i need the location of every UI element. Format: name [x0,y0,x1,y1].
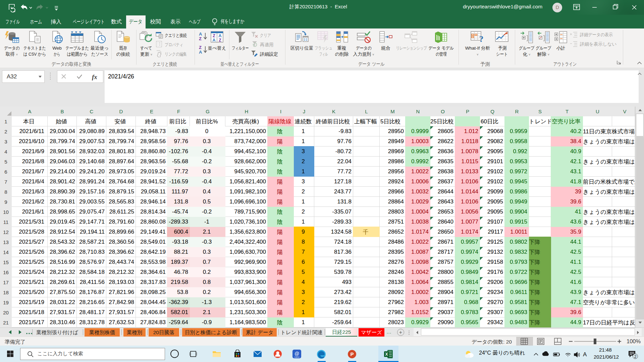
svg-text:fx: fx [92,73,97,80]
svg-text:X: X [385,352,388,357]
svg-text:@: @ [294,351,299,356]
svg-text:2: 2 [634,354,637,359]
svg-text:P: P [350,351,354,357]
svg-text:A: A [212,38,216,43]
svg-text:menu: menu [294,356,299,358]
svg-text:A: A [583,351,587,358]
